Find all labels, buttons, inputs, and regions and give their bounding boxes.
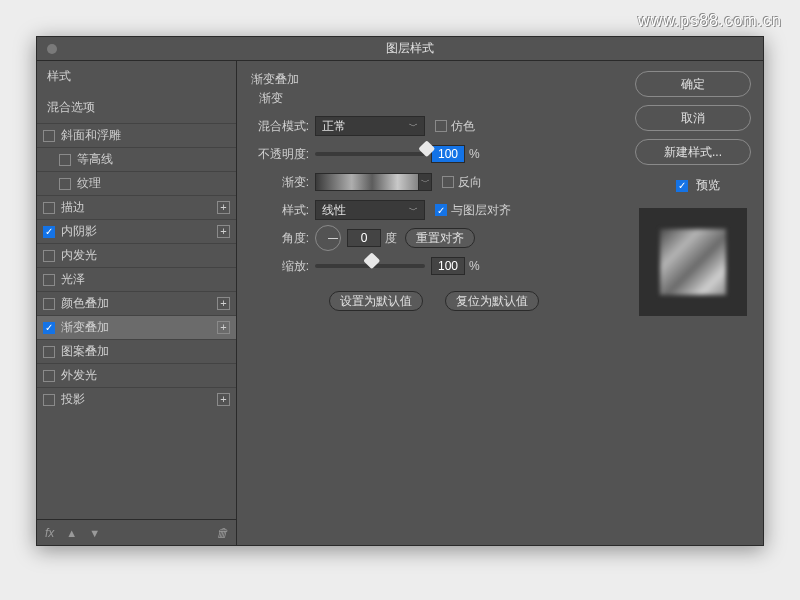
titlebar: 图层样式	[37, 37, 763, 61]
panel-subtitle: 渐变	[259, 90, 609, 107]
style-checkbox[interactable]	[59, 154, 71, 166]
chevron-down-icon: ﹀	[409, 120, 418, 133]
opacity-unit: %	[469, 147, 480, 161]
style-checkbox[interactable]	[43, 394, 55, 406]
sidebar-heading-blend-options[interactable]: 混合选项	[37, 92, 236, 123]
style-checkbox[interactable]: ✓	[43, 322, 55, 334]
angle-dial[interactable]	[315, 225, 341, 251]
style-item-label: 斜面和浮雕	[61, 127, 121, 144]
style-checkbox[interactable]	[43, 274, 55, 286]
style-checkbox[interactable]	[43, 298, 55, 310]
right-panel: 确定 取消 新建样式... ✓ 预览	[623, 61, 763, 545]
style-checkbox[interactable]	[43, 370, 55, 382]
style-checkbox[interactable]	[43, 130, 55, 142]
style-item[interactable]: 颜色叠加+	[37, 291, 236, 315]
styles-sidebar: 样式 混合选项 斜面和浮雕等高线纹理描边+✓内阴影+内发光光泽颜色叠加+✓渐变叠…	[37, 61, 237, 545]
style-checkbox[interactable]	[43, 202, 55, 214]
gradient-swatch[interactable]	[315, 173, 419, 191]
style-item[interactable]: 斜面和浮雕	[37, 123, 236, 147]
make-default-button[interactable]: 设置为默认值	[329, 291, 423, 311]
gradient-label: 渐变:	[251, 174, 309, 191]
settings-panel: 渐变叠加 渐变 混合模式: 正常 ﹀ 仿色 不透明度: 100 % 渐变:	[237, 61, 623, 545]
reverse-checkbox[interactable]	[442, 176, 454, 188]
gradient-dropdown[interactable]: ﹀	[418, 173, 432, 191]
style-select[interactable]: 线性 ﹀	[315, 200, 425, 220]
style-item-label: 等高线	[77, 151, 113, 168]
opacity-label: 不透明度:	[251, 146, 309, 163]
style-item[interactable]: 描边+	[37, 195, 236, 219]
style-item-label: 内阴影	[61, 223, 97, 240]
close-button[interactable]	[47, 44, 57, 54]
style-item[interactable]: 投影+	[37, 387, 236, 411]
scale-unit: %	[469, 259, 480, 273]
style-item-label: 投影	[61, 391, 85, 408]
opacity-slider[interactable]	[315, 152, 425, 156]
style-item[interactable]: ✓内阴影+	[37, 219, 236, 243]
add-effect-icon[interactable]: +	[217, 297, 230, 310]
chevron-down-icon: ﹀	[409, 204, 418, 217]
style-item-label: 外发光	[61, 367, 97, 384]
add-effect-icon[interactable]: +	[217, 225, 230, 238]
opacity-input[interactable]: 100	[431, 145, 465, 163]
panel-title: 渐变叠加	[251, 71, 609, 88]
watermark-text: www.ps88.com.cn	[638, 12, 782, 30]
align-label: 与图层对齐	[451, 202, 511, 219]
style-value: 线性	[322, 202, 346, 219]
dither-label: 仿色	[451, 118, 475, 135]
style-item[interactable]: 等高线	[37, 147, 236, 171]
style-item-label: 纹理	[77, 175, 101, 192]
scale-label: 缩放:	[251, 258, 309, 275]
preview-box	[639, 208, 747, 316]
style-list: 斜面和浮雕等高线纹理描边+✓内阴影+内发光光泽颜色叠加+✓渐变叠加+图案叠加外发…	[37, 123, 236, 519]
add-effect-icon[interactable]: +	[217, 201, 230, 214]
dither-checkbox[interactable]	[435, 120, 447, 132]
scale-input[interactable]: 100	[431, 257, 465, 275]
reset-default-button[interactable]: 复位为默认值	[445, 291, 539, 311]
angle-unit: 度	[385, 230, 397, 247]
style-checkbox[interactable]	[43, 346, 55, 358]
style-item-label: 描边	[61, 199, 85, 216]
style-item[interactable]: 内发光	[37, 243, 236, 267]
style-item[interactable]: 光泽	[37, 267, 236, 291]
angle-label: 角度:	[251, 230, 309, 247]
style-label: 样式:	[251, 202, 309, 219]
trash-icon[interactable]: 🗑	[216, 526, 228, 540]
reset-align-button[interactable]: 重置对齐	[405, 228, 475, 248]
reverse-label: 反向	[458, 174, 482, 191]
style-item[interactable]: 图案叠加	[37, 339, 236, 363]
style-item-label: 渐变叠加	[61, 319, 109, 336]
add-effect-icon[interactable]: +	[217, 321, 230, 334]
new-style-button[interactable]: 新建样式...	[635, 139, 751, 165]
dialog-title: 图层样式	[57, 40, 763, 57]
scale-slider[interactable]	[315, 264, 425, 268]
move-up-icon[interactable]: ▲	[66, 527, 77, 539]
style-item-label: 光泽	[61, 271, 85, 288]
blend-mode-select[interactable]: 正常 ﹀	[315, 116, 425, 136]
style-item-label: 内发光	[61, 247, 97, 264]
ok-button[interactable]: 确定	[635, 71, 751, 97]
cancel-button[interactable]: 取消	[635, 105, 751, 131]
style-checkbox[interactable]	[43, 250, 55, 262]
layer-style-dialog: 图层样式 样式 混合选项 斜面和浮雕等高线纹理描边+✓内阴影+内发光光泽颜色叠加…	[36, 36, 764, 546]
style-item[interactable]: 外发光	[37, 363, 236, 387]
add-effect-icon[interactable]: +	[217, 393, 230, 406]
align-checkbox[interactable]: ✓	[435, 204, 447, 216]
style-item[interactable]: 纹理	[37, 171, 236, 195]
style-item-label: 图案叠加	[61, 343, 109, 360]
blend-mode-label: 混合模式:	[251, 118, 309, 135]
sidebar-heading-styles[interactable]: 样式	[37, 61, 236, 92]
style-item[interactable]: ✓渐变叠加+	[37, 315, 236, 339]
fx-menu[interactable]: fx	[45, 526, 54, 540]
preview-thumbnail	[660, 229, 726, 295]
angle-input[interactable]: 0	[347, 229, 381, 247]
style-item-label: 颜色叠加	[61, 295, 109, 312]
preview-checkbox[interactable]: ✓	[676, 180, 688, 192]
blend-mode-value: 正常	[322, 118, 346, 135]
sidebar-footer: fx ▲ ▼ 🗑	[37, 519, 236, 545]
style-checkbox[interactable]: ✓	[43, 226, 55, 238]
style-checkbox[interactable]	[59, 178, 71, 190]
preview-label: 预览	[696, 177, 720, 194]
move-down-icon[interactable]: ▼	[89, 527, 100, 539]
